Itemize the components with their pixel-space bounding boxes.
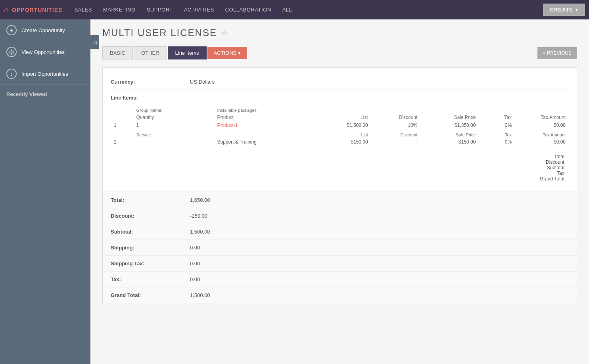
favorite-star-icon[interactable]: ☆ bbox=[221, 28, 228, 38]
item2-quantity: 1 bbox=[111, 138, 133, 146]
create-dropdown-arrow: ▾ bbox=[576, 8, 578, 12]
nav-support[interactable]: SUPPORT bbox=[147, 7, 173, 13]
sidebar-item-create[interactable]: + Create Opportunity bbox=[0, 19, 90, 41]
currency-label: Currency: bbox=[111, 79, 190, 85]
summary-shipping-label: Shipping: bbox=[111, 245, 190, 251]
summary-subtotal-label: Subtotal: bbox=[111, 229, 190, 235]
group-header-2: Service List Discount Sale Price Tax Tax… bbox=[111, 129, 569, 138]
summary-shipping-row: Shipping: 0.00 bbox=[103, 240, 577, 256]
top-nav: ⌂ OPPORTUNITIES SALES MARKETING SUPPORT … bbox=[0, 0, 589, 19]
page-title-area: MULTI USER LICENSE ☆ bbox=[102, 27, 577, 38]
collapse-arrow[interactable]: ◁ bbox=[90, 35, 99, 49]
inline-subtotal-label: Subtotal: bbox=[482, 165, 566, 171]
item1-product[interactable]: Product-1 bbox=[217, 123, 238, 128]
item2-product: Support & Training bbox=[214, 138, 322, 146]
sidebar: + Create Opportunity ◎ View Opportunitie… bbox=[0, 19, 90, 364]
import-icon: ↓ bbox=[6, 69, 17, 79]
tabs-bar: BASIC OTHER Line Items ACTIONS ▾ < PREVI… bbox=[102, 46, 577, 59]
item2-tax-amount: $0.00 bbox=[515, 138, 569, 146]
sidebar-create-label: Create Opportunity bbox=[21, 27, 65, 33]
summary-grand-total-label: Grand Total: bbox=[111, 292, 190, 298]
line-items-header: Line Items: bbox=[111, 95, 569, 101]
summary-tax-row: Tax: 0.00 bbox=[103, 272, 577, 287]
sidebar-item-import[interactable]: ↓ Import Opportunities bbox=[0, 63, 90, 85]
summary-labels-row: Total: Discount: Subtotal: Tax: Grand To… bbox=[111, 146, 569, 183]
recently-viewed-section: Recently Viewed bbox=[0, 85, 90, 100]
home-icon[interactable]: ⌂ bbox=[4, 5, 9, 14]
summary-shipping-tax-value: 0.00 bbox=[190, 261, 200, 266]
item2-qty-val bbox=[133, 138, 214, 146]
summary-subtotal-row: Subtotal: 1,500.00 bbox=[103, 224, 577, 240]
group-header-1: Group Name: Installable packages bbox=[111, 105, 569, 113]
line-item-header-row-1: Quantity Product List Discount Sale Pric… bbox=[111, 113, 569, 121]
page-title: MULTI USER LICENSE bbox=[102, 27, 217, 38]
inline-tax-label: Tax: bbox=[482, 171, 566, 176]
summary-tax-value: 0.00 bbox=[190, 276, 200, 282]
previous-button[interactable]: < PREVIOUS bbox=[537, 47, 577, 59]
main-content: ◁ MULTI USER LICENSE ☆ BASIC OTHER Line … bbox=[90, 19, 589, 364]
tab-line-items[interactable]: Line Items bbox=[168, 46, 207, 59]
summary-discount-value: -150.00 bbox=[190, 213, 207, 219]
nav-collaboration[interactable]: COLLABORATION bbox=[225, 7, 271, 13]
summary-shipping-tax-label: Shipping Tax: bbox=[111, 261, 190, 266]
summary-total-value: 1,650.00 bbox=[190, 197, 210, 203]
main-panel: Currency: US Dollars Line Items: bbox=[102, 67, 577, 191]
summary-tax-label: Tax: bbox=[111, 276, 190, 282]
nav-activities[interactable]: ACTIVITIES bbox=[184, 7, 214, 13]
inline-grand-total-label: Grand Total: bbox=[482, 176, 566, 182]
summary-shipping-tax-row: Shipping Tax: 0.00 bbox=[103, 256, 577, 272]
item1-sale-price: $1,350.00 bbox=[420, 121, 479, 129]
summary-discount-label: Discount: bbox=[111, 213, 190, 219]
summary-discount-row: Discount: -150.00 bbox=[103, 208, 577, 224]
layout: + Create Opportunity ◎ View Opportunitie… bbox=[0, 19, 589, 364]
line-item-row-2: 1 Support & Training $150.00 - $150.00 0… bbox=[111, 138, 569, 146]
inline-total-label: Total: bbox=[482, 154, 566, 159]
currency-value: US Dollars bbox=[190, 79, 215, 85]
item2-discount: - bbox=[371, 138, 421, 146]
item1-tax-amount: $0.00 bbox=[515, 121, 569, 129]
summary-grand-total-value: 1,500.00 bbox=[190, 292, 210, 298]
line-item-row-1: 1 1 Product-1 $1,500.00 10% $1,350.00 0%… bbox=[111, 121, 569, 129]
brand-label[interactable]: OPPORTUNITIES bbox=[12, 7, 62, 13]
sidebar-view-label: View Opportunities bbox=[21, 49, 65, 55]
tab-basic[interactable]: BASIC bbox=[102, 46, 133, 59]
summary-total-row: Total: 1,650.00 bbox=[103, 192, 577, 208]
tabs-right: < PREVIOUS bbox=[537, 47, 577, 59]
tab-actions[interactable]: ACTIONS ▾ bbox=[207, 47, 247, 59]
sidebar-import-label: Import Opportunities bbox=[21, 71, 68, 77]
summary-panel: Total: 1,650.00 Discount: -150.00 Subtot… bbox=[102, 192, 577, 303]
inline-discount-label: Discount: bbox=[482, 159, 566, 165]
create-button[interactable]: CREATE ▾ bbox=[543, 4, 585, 16]
item2-list: $150.00 bbox=[322, 138, 371, 146]
group1-name: Installable packages bbox=[214, 105, 322, 113]
create-icon: + bbox=[6, 25, 17, 35]
summary-shipping-value: 0.00 bbox=[190, 245, 200, 251]
item1-tax: 0% bbox=[479, 121, 515, 129]
nav-marketing[interactable]: MARKETING bbox=[103, 7, 136, 13]
item2-tax: 0% bbox=[479, 138, 515, 146]
nav-items: SALES MARKETING SUPPORT ACTIVITIES COLLA… bbox=[74, 7, 543, 13]
nav-sales[interactable]: SALES bbox=[74, 7, 92, 13]
item1-quantity: 1 bbox=[111, 121, 133, 129]
summary-total-label: Total: bbox=[111, 197, 190, 203]
nav-all[interactable]: ALL bbox=[282, 7, 292, 13]
view-icon: ◎ bbox=[6, 47, 17, 57]
sidebar-item-view[interactable]: ◎ View Opportunities bbox=[0, 41, 90, 63]
tab-other[interactable]: OTHER bbox=[134, 46, 167, 59]
currency-row: Currency: US Dollars bbox=[111, 76, 569, 88]
summary-subtotal-value: 1,500.00 bbox=[190, 229, 210, 235]
item1-discount: 10% bbox=[371, 121, 421, 129]
item1-qty-val: 1 bbox=[133, 121, 214, 129]
item2-sale-price: $150.00 bbox=[420, 138, 479, 146]
item1-list: $1,500.00 bbox=[322, 121, 371, 129]
content-area: MULTI USER LICENSE ☆ BASIC OTHER Line It… bbox=[90, 19, 589, 311]
line-items-table: Group Name: Installable packages Quantit… bbox=[111, 105, 569, 183]
summary-grand-total-row: Grand Total: 1,500.00 bbox=[103, 287, 577, 303]
